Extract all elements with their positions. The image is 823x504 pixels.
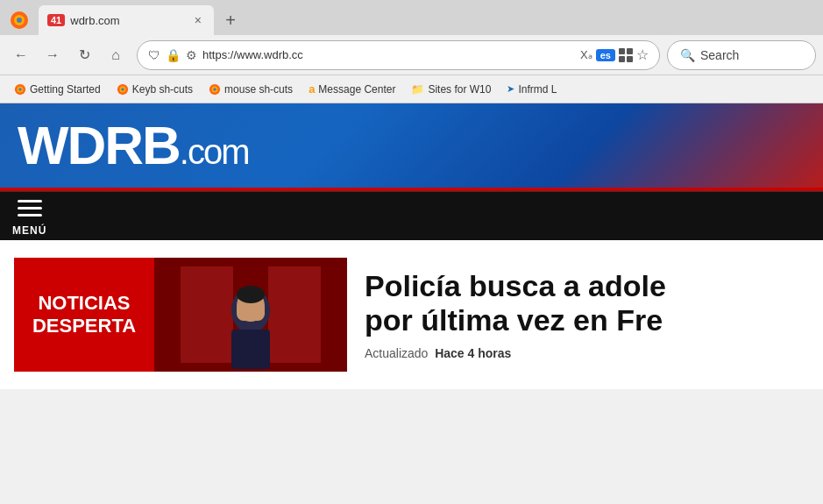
bookmark-sites-label: Sites for W10: [428, 83, 491, 96]
arrow-icon: ➤: [507, 83, 514, 95]
amazon-icon: a: [309, 82, 315, 96]
tab-notification-badge: 41: [47, 14, 65, 26]
news-section: NOTICIASDESPERTA: [0, 240, 823, 389]
svg-rect-17: [231, 330, 270, 369]
wdrb-logo-dot: .com: [180, 132, 249, 171]
wdrb-header: WDRB.com: [0, 103, 823, 191]
news-thumbnail: [154, 258, 347, 372]
search-icon: 🔍: [680, 48, 695, 62]
menu-bar: MENÚ: [0, 191, 823, 240]
new-tab-button[interactable]: +: [217, 7, 244, 33]
bookmark-mouse-label: mouse sh-cuts: [224, 83, 293, 96]
lock-icon: 🔒: [166, 48, 181, 62]
forward-button[interactable]: →: [39, 41, 67, 69]
hamburger-icon: [14, 196, 46, 220]
bookmark-getting-started-label: Getting Started: [30, 83, 101, 96]
url-display: https://www.wdrb.cc: [202, 48, 575, 61]
svg-point-5: [18, 88, 22, 91]
tab-close-button[interactable]: ×: [191, 11, 205, 29]
tab-bar: 41 wdrb.com × +: [0, 0, 823, 35]
bookmark-mouse-shortcuts[interactable]: mouse sh-cuts: [202, 81, 300, 98]
bookmark-keyb-label: Keyb sh-cuts: [132, 83, 193, 96]
folder-icon: 📁: [411, 83, 424, 96]
home-button[interactable]: ⌂: [102, 41, 130, 69]
bookmark-infrmd-label: Infrmd L: [518, 83, 557, 96]
settings-icon: ⚙: [186, 48, 197, 62]
thumbnail-overlay: [154, 258, 347, 372]
tab-title: wdrb.com: [70, 14, 186, 27]
news-badge-text: NOTICIASDESPERTA: [32, 292, 136, 338]
browser-chrome: 41 wdrb.com × + ← → ↻ ⌂ 🛡 🔒 ⚙ https://ww…: [0, 0, 823, 103]
bookmark-message-center-label: Message Center: [318, 83, 395, 96]
search-label: Search: [700, 48, 739, 62]
address-bar[interactable]: 🛡 🔒 ⚙ https://www.wdrb.cc Xₐ es ☆: [137, 40, 660, 70]
language-badge: es: [596, 49, 615, 61]
svg-point-20: [237, 286, 265, 303]
bookmark-message-center[interactable]: a Message Center: [302, 80, 402, 98]
svg-rect-19: [237, 302, 265, 321]
navigation-bar: ← → ↻ ⌂ 🛡 🔒 ⚙ https://www.wdrb.cc Xₐ es …: [0, 35, 823, 75]
firefox-logo-icon: [7, 8, 32, 32]
news-headline-title-line1: Policía busca a adole: [365, 269, 791, 303]
reload-button[interactable]: ↻: [70, 41, 98, 69]
svg-point-11: [213, 88, 216, 91]
bookmark-sites-w10[interactable]: 📁 Sites for W10: [404, 81, 498, 98]
time-label: Hace 4 horas: [435, 346, 511, 360]
bookmarks-bar: Getting Started Keyb sh-cuts mouse sh-cu…: [0, 75, 823, 103]
address-bar-icons: 🛡 🔒 ⚙: [148, 48, 197, 62]
news-headline[interactable]: Policía busca a adole por última vez en …: [347, 260, 809, 369]
search-box[interactable]: 🔍 Search: [667, 40, 816, 70]
news-badge: NOTICIASDESPERTA: [14, 258, 154, 372]
shield-icon: 🛡: [148, 48, 160, 62]
bookmark-getting-started[interactable]: Getting Started: [7, 81, 108, 98]
active-tab[interactable]: 41 wdrb.com ×: [39, 5, 214, 35]
updated-label: Actualizado: [365, 346, 428, 360]
wdrb-logo-main: WDRB: [18, 115, 180, 175]
menu-button[interactable]: MENÚ: [12, 196, 46, 237]
bookmark-infrmd[interactable]: ➤ Infrmd L: [500, 81, 564, 98]
back-button[interactable]: ←: [7, 41, 35, 69]
address-bar-right-icons: Xₐ es ☆: [580, 46, 649, 63]
bookmark-keyb-shortcuts[interactable]: Keyb sh-cuts: [110, 81, 200, 98]
menu-label: MENÚ: [12, 224, 46, 237]
website-content: WDRB.com MENÚ NOTICIASDESPERTA: [0, 103, 823, 389]
translate-icon[interactable]: Xₐ: [580, 48, 592, 61]
svg-point-8: [121, 88, 124, 91]
news-headline-title-line2: por última vez en Fre: [365, 303, 791, 337]
grid-icon[interactable]: [619, 48, 633, 62]
bookmark-star-icon[interactable]: ☆: [636, 46, 649, 63]
wdrb-logo: WDRB.com: [18, 118, 249, 173]
svg-point-2: [17, 18, 22, 23]
news-updated: Actualizado Hace 4 horas: [365, 346, 791, 360]
